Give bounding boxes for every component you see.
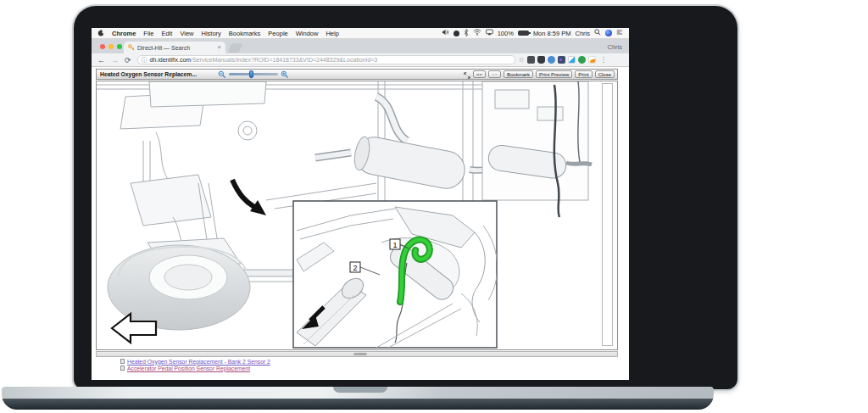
document-icon	[120, 359, 125, 364]
extension-icon-1[interactable]	[527, 56, 535, 64]
tab-strip: Direct-Hit — Search × Chris	[92, 39, 629, 53]
list-item: Accelerator Pedal Position Sensor Replac…	[120, 365, 270, 371]
browser-menu-icon[interactable]: ⋮	[600, 56, 607, 64]
menu-item-view[interactable]: View	[180, 30, 193, 37]
back-button[interactable]: ←	[97, 56, 105, 64]
menu-item-window[interactable]: Window	[296, 30, 319, 37]
extension-icon-3[interactable]	[548, 56, 555, 64]
bookmark-star-icon[interactable]: ☆	[519, 56, 525, 64]
page-content: Heated Oxygen Sensor Replacem... << >	[92, 67, 629, 380]
close-button[interactable]: Close	[595, 70, 615, 78]
menu-item-history[interactable]: History	[202, 30, 221, 37]
pointer-arrow	[232, 180, 266, 215]
forward-button[interactable]: →	[111, 56, 119, 64]
horizontal-scrollbar[interactable]	[96, 351, 618, 357]
bluetooth-icon[interactable]	[464, 29, 469, 38]
menu-item-edit[interactable]: Edit	[161, 30, 172, 37]
spotlight-search-icon[interactable]	[594, 29, 601, 37]
extension-icon-5[interactable]	[568, 56, 576, 64]
service-diagram: 1 2	[97, 81, 600, 349]
app-status-icon[interactable]	[453, 31, 459, 36]
address-bar: ← → ⟳ ⓘ dh.identifix.com/ServiceManuals/…	[92, 53, 629, 67]
related-links: Heated Oxygen Sensor Replacement - Bank …	[120, 358, 270, 371]
airplay-display-icon[interactable]	[486, 29, 493, 37]
link-heated-oxygen-sensor-bank2[interactable]: Heated Oxygen Sensor Replacement - Bank …	[127, 359, 270, 365]
prev-image-button[interactable]: <<	[473, 70, 486, 78]
svg-text:1: 1	[392, 241, 397, 249]
zoom-control	[218, 70, 289, 79]
menu-item-chrome[interactable]: Chrome	[112, 30, 136, 37]
viewer-canvas[interactable]: 1 2	[96, 81, 618, 350]
menu-item-file[interactable]: File	[143, 30, 153, 37]
next-image-button[interactable]: >>	[488, 70, 501, 78]
siri-icon[interactable]	[605, 30, 612, 36]
tab-close-icon[interactable]: ×	[217, 44, 221, 51]
reload-button[interactable]: ⟳	[125, 56, 131, 64]
extension-icon-4[interactable]	[558, 56, 565, 64]
new-tab-button[interactable]	[228, 43, 242, 53]
site-info-icon[interactable]: ⓘ	[142, 56, 147, 64]
document-icon	[120, 366, 125, 371]
menu-bar: Chrome File Edit View History Bookmarks …	[92, 28, 629, 39]
laptop-lid-notch	[333, 387, 387, 393]
window-minimize-button[interactable]	[108, 44, 114, 49]
menu-item-help[interactable]: Help	[326, 30, 338, 37]
zoom-in-icon[interactable]	[281, 67, 289, 82]
volume-icon[interactable]	[442, 29, 449, 37]
horizontal-scrollbar-thumb[interactable]	[353, 353, 367, 355]
inset-detail-box: 1 2	[293, 201, 498, 348]
vertical-scroll-track[interactable]	[602, 83, 613, 346]
extension-icon-6[interactable]	[578, 56, 586, 64]
apple-menu-icon[interactable]	[97, 29, 104, 38]
url-input[interactable]: ⓘ dh.identifix.com/ServiceManuals/Index?…	[137, 55, 515, 64]
menu-bar-clock[interactable]: Mon 8:59 PM	[533, 30, 571, 37]
url-path: /ServiceManuals/Index?ROID=18418733&VID=…	[191, 57, 377, 63]
tab-title: Direct-Hit — Search	[137, 45, 217, 51]
tab-direct-hit-search[interactable]: Direct-Hit — Search ×	[124, 42, 225, 53]
bookmark-button[interactable]: Bookmark	[504, 70, 533, 78]
browser-profile-name[interactable]: Chris	[607, 42, 622, 53]
tab-favicon-key-icon	[128, 44, 135, 52]
zoom-slider-thumb[interactable]	[249, 70, 253, 78]
viewer-toolbar: Heated Oxygen Sensor Replacem... << >	[96, 69, 618, 80]
laptop-base-edge	[2, 399, 714, 410]
laptop-base	[2, 387, 714, 410]
battery-percent-label: 100%	[498, 30, 514, 37]
menu-item-people[interactable]: People	[268, 30, 287, 37]
url-host: dh.identifix.com	[150, 57, 192, 63]
fit-screen-icon[interactable]	[464, 67, 470, 82]
print-button[interactable]: Print	[575, 70, 592, 78]
laptop-screen: Chrome File Edit View History Bookmarks …	[92, 28, 629, 380]
battery-icon	[518, 31, 529, 36]
svg-text:2: 2	[353, 264, 357, 272]
menu-bar-user[interactable]: Chris	[575, 30, 590, 37]
wifi-icon[interactable]	[473, 29, 481, 37]
window-zoom-button[interactable]	[117, 44, 122, 49]
zoom-slider[interactable]	[229, 73, 278, 75]
laptop-scene: Chrome File Edit View History Bookmarks …	[0, 0, 868, 413]
viewer-side-gutter	[600, 81, 617, 349]
menu-item-bookmarks[interactable]: Bookmarks	[229, 30, 261, 37]
notification-center-icon[interactable]	[616, 29, 623, 37]
extension-icon-7[interactable]	[588, 56, 596, 64]
viewer-title: Heated Oxygen Sensor Replacem...	[100, 70, 197, 79]
zoom-out-icon[interactable]	[218, 67, 226, 82]
list-item: Heated Oxygen Sensor Replacement - Bank …	[120, 358, 270, 365]
link-accelerator-pedal-position[interactable]: Accelerator Pedal Position Sensor Replac…	[127, 366, 250, 371]
print-preview-button[interactable]: Print Preview	[536, 70, 572, 78]
extension-icon-2[interactable]	[537, 56, 545, 64]
window-close-button[interactable]	[100, 44, 105, 49]
